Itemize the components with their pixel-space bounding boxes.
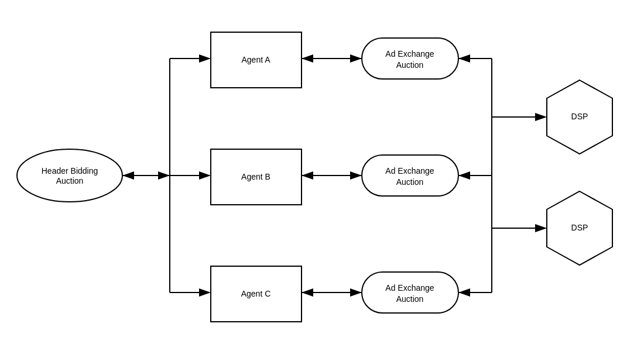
agent-b-label: Agent B: [241, 172, 270, 181]
adex-a-label2: Auction: [396, 60, 424, 70]
header-bidding-label2: Auction: [56, 176, 84, 185]
diagram-canvas: Header Bidding Auction Agent A Agent B A…: [0, 0, 644, 351]
dsp2-label: DSP: [571, 223, 588, 232]
adex-b-node: [362, 155, 458, 196]
header-bidding-label: Header Bidding: [42, 166, 98, 176]
agent-c-label: Agent C: [241, 289, 271, 298]
adex-a-node: [362, 38, 458, 79]
dsp1-label: DSP: [571, 112, 588, 121]
agent-a-label: Agent A: [241, 55, 270, 64]
adex-c-node: [362, 272, 458, 313]
adex-a-label1: Ad Exchange: [385, 49, 434, 58]
adex-b-label2: Auction: [396, 177, 424, 187]
adex-c-label1: Ad Exchange: [385, 283, 434, 292]
adex-c-label2: Auction: [396, 294, 424, 304]
adex-b-label1: Ad Exchange: [385, 166, 434, 176]
